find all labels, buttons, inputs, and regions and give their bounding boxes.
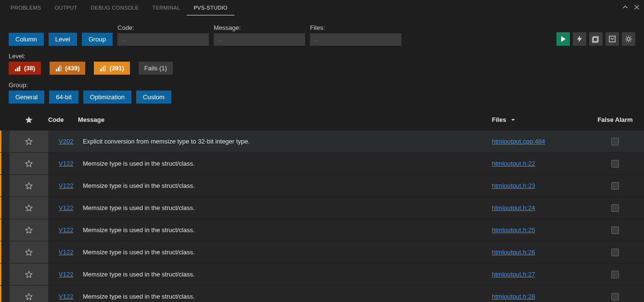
star-outline-icon bbox=[25, 270, 33, 279]
run-analysis-button[interactable] bbox=[556, 32, 570, 46]
file-link[interactable]: htmloutput.h:28 bbox=[492, 293, 535, 300]
level-high-count: (38) bbox=[24, 65, 35, 72]
favorite-toggle[interactable] bbox=[10, 263, 48, 285]
tab-pvs-studio[interactable]: PVS-STUDIO bbox=[187, 0, 234, 15]
star-outline-icon bbox=[25, 137, 33, 146]
code-link[interactable]: V122 bbox=[59, 204, 73, 211]
bar-icon bbox=[55, 66, 62, 71]
favorite-toggle[interactable] bbox=[10, 241, 48, 263]
svg-rect-4 bbox=[15, 69, 16, 71]
code-link[interactable]: V122 bbox=[59, 160, 73, 167]
false-alarm-checkbox[interactable] bbox=[611, 204, 619, 212]
message-text: Memsize type is used in the struct/class… bbox=[78, 226, 492, 234]
severity-stripe bbox=[0, 241, 1, 263]
column-code[interactable]: Code bbox=[48, 116, 78, 123]
settings-icon[interactable] bbox=[622, 32, 635, 46]
file-link[interactable]: htmloutput.h:22 bbox=[492, 160, 535, 167]
svg-rect-6 bbox=[19, 66, 20, 71]
group-button[interactable]: Group bbox=[82, 33, 113, 46]
files-filter-label: Files: bbox=[310, 24, 401, 31]
file-link[interactable]: htmloutput.h:23 bbox=[492, 182, 535, 189]
column-star[interactable] bbox=[10, 116, 48, 124]
group-general-button[interactable]: General bbox=[9, 91, 44, 104]
file-link[interactable]: htmloutput.h:25 bbox=[492, 226, 535, 234]
table-row[interactable]: V202 Explicit conversion from memsize ty… bbox=[0, 131, 644, 153]
message-text: Explicit conversion from memsize type to… bbox=[78, 138, 492, 145]
results-table-body[interactable]: V202 Explicit conversion from memsize ty… bbox=[0, 131, 644, 302]
group-64bit-button[interactable]: 64-bit bbox=[49, 91, 78, 104]
message-filter-input[interactable] bbox=[214, 33, 305, 46]
open-file-icon[interactable] bbox=[589, 32, 603, 46]
table-row[interactable]: V122 Memsize type is used in the struct/… bbox=[0, 153, 644, 175]
code-link[interactable]: V122 bbox=[59, 271, 73, 278]
table-row[interactable]: V122 Memsize type is used in the struct/… bbox=[0, 175, 644, 197]
column-files[interactable]: Files bbox=[492, 116, 586, 123]
severity-stripe bbox=[0, 263, 1, 285]
level-low-count: (391) bbox=[109, 65, 124, 72]
table-row[interactable]: V122 Memsize type is used in the struct/… bbox=[0, 241, 644, 263]
code-filter-label: Code: bbox=[117, 24, 209, 31]
false-alarm-checkbox[interactable] bbox=[611, 226, 619, 234]
level-button[interactable]: Level bbox=[49, 33, 77, 46]
code-filter-input[interactable] bbox=[117, 33, 209, 46]
table-row[interactable]: V122 Memsize type is used in the struct/… bbox=[0, 219, 644, 241]
severity-stripe bbox=[0, 131, 1, 152]
column-message[interactable]: Message bbox=[78, 116, 492, 123]
star-outline-icon bbox=[25, 226, 33, 235]
tab-problems[interactable]: PROBLEMS bbox=[4, 0, 48, 15]
file-link[interactable]: htmloutput.h:27 bbox=[492, 271, 535, 278]
file-link[interactable]: htmloutput.cpp:484 bbox=[492, 138, 545, 145]
group-custom-button[interactable]: Custom bbox=[136, 91, 171, 104]
false-alarm-checkbox[interactable] bbox=[611, 138, 619, 145]
favorite-toggle[interactable] bbox=[10, 131, 48, 152]
tab-terminal[interactable]: TERMINAL bbox=[145, 0, 187, 15]
level-low-chip[interactable]: (391) bbox=[94, 62, 129, 75]
chevron-up-icon[interactable] bbox=[622, 4, 629, 12]
favorite-toggle[interactable] bbox=[10, 197, 48, 219]
column-button[interactable]: Column bbox=[9, 33, 44, 46]
level-fails-count: Fails (1) bbox=[144, 65, 167, 72]
save-icon[interactable] bbox=[605, 32, 619, 46]
code-link[interactable]: V122 bbox=[59, 249, 73, 256]
favorite-toggle[interactable] bbox=[10, 219, 48, 241]
level-medium-count: (439) bbox=[65, 65, 79, 72]
star-outline-icon bbox=[25, 292, 33, 301]
false-alarm-checkbox[interactable] bbox=[611, 293, 619, 301]
message-text: Memsize type is used in the struct/class… bbox=[78, 293, 492, 300]
false-alarm-checkbox[interactable] bbox=[611, 182, 619, 190]
code-link[interactable]: V122 bbox=[59, 182, 73, 189]
table-row[interactable]: V122 Memsize type is used in the struct/… bbox=[0, 263, 644, 286]
level-medium-chip[interactable]: (439) bbox=[50, 62, 85, 75]
code-link[interactable]: V202 bbox=[59, 138, 73, 145]
group-optimization-button[interactable]: Optimization bbox=[83, 91, 131, 104]
svg-point-3 bbox=[627, 38, 630, 40]
files-filter-input[interactable] bbox=[310, 33, 401, 46]
column-files-label: Files bbox=[492, 116, 506, 123]
column-false-alarm[interactable]: False Alarm bbox=[586, 116, 644, 123]
lightning-icon[interactable] bbox=[573, 32, 586, 46]
group-section-label: Group: bbox=[9, 81, 635, 89]
tab-debug-console[interactable]: DEBUG CONSOLE bbox=[84, 0, 146, 15]
favorite-toggle[interactable] bbox=[10, 175, 48, 197]
favorite-toggle[interactable] bbox=[10, 286, 48, 302]
table-row[interactable]: V122 Memsize type is used in the struct/… bbox=[0, 197, 644, 219]
level-fails-chip[interactable]: Fails (1) bbox=[139, 62, 173, 75]
star-outline-icon bbox=[25, 159, 33, 168]
file-link[interactable]: htmloutput.h:26 bbox=[492, 249, 535, 256]
bar-icon bbox=[100, 66, 106, 71]
tab-output[interactable]: OUTPUT bbox=[48, 0, 84, 15]
code-link[interactable]: V122 bbox=[59, 293, 73, 300]
table-row[interactable]: V122 Memsize type is used in the struct/… bbox=[0, 286, 644, 302]
svg-rect-7 bbox=[56, 69, 57, 71]
level-high-chip[interactable]: (38) bbox=[9, 62, 41, 75]
false-alarm-checkbox[interactable] bbox=[611, 160, 619, 168]
star-outline-icon bbox=[25, 204, 33, 212]
svg-rect-9 bbox=[60, 66, 61, 71]
severity-stripe bbox=[0, 153, 1, 174]
false-alarm-checkbox[interactable] bbox=[611, 249, 619, 256]
close-icon[interactable] bbox=[633, 4, 640, 12]
code-link[interactable]: V122 bbox=[59, 226, 73, 234]
false-alarm-checkbox[interactable] bbox=[611, 271, 619, 278]
favorite-toggle[interactable] bbox=[10, 153, 48, 174]
file-link[interactable]: htmloutput.h:24 bbox=[492, 204, 535, 211]
